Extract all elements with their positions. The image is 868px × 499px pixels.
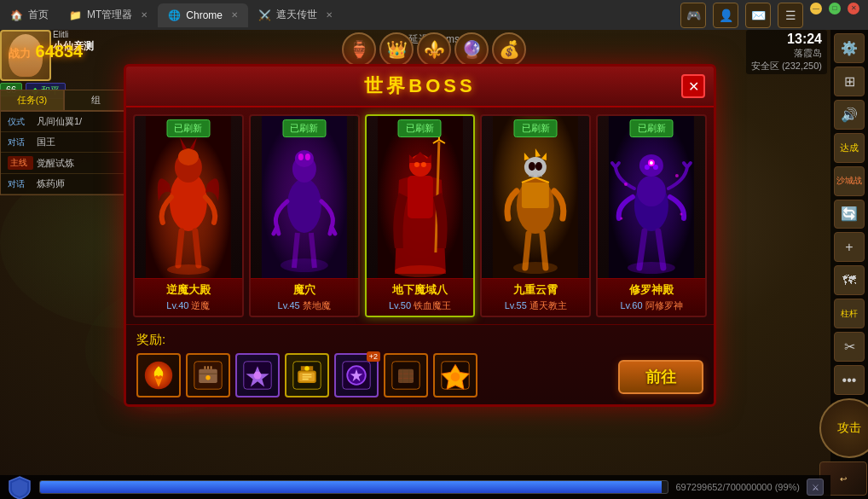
boss-name-bar-0: 逆魔大殿 Lv.40 逆魔: [135, 278, 242, 316]
bottom-bar: 697299652/700000000 (99%) ⚔: [0, 475, 830, 499]
chrome-tab-close[interactable]: ✕: [231, 10, 238, 20]
boss-card-3[interactable]: 已刷新: [480, 114, 591, 317]
boss-card-2[interactable]: 已刷新: [365, 114, 476, 317]
boss-location-0: 逆魔大殿: [140, 282, 237, 298]
modal-title: 世界BOSS: [364, 73, 475, 99]
quest-label-3: 炼药师: [37, 177, 65, 190]
boss-image-1: [251, 116, 358, 278]
right-panel: ⚙️ ⊞ 🔊 达成 沙城战 🔄 + 🗺 柱杆 ✂ ••• 攻击 ↩: [830, 30, 868, 499]
boss-image-0: [135, 116, 242, 278]
svg-point-8: [287, 178, 321, 233]
quest-type-3: 对话: [8, 178, 33, 190]
boss-card-1[interactable]: 已刷新: [249, 114, 360, 317]
reward-item-0[interactable]: [136, 353, 181, 397]
top-decoration-items: 🏺 👑 ⚜️ 🔮 💰: [342, 32, 526, 67]
map-icon[interactable]: 🗺: [834, 265, 865, 295]
svg-point-40: [680, 213, 683, 216]
tab-game[interactable]: ⚔️ 遮天传世 ✕: [248, 3, 343, 27]
scissors-icon[interactable]: ✂: [834, 332, 865, 362]
boss-card-4[interactable]: 已刷新: [596, 114, 707, 317]
quest-label-1: 国王: [37, 136, 55, 148]
reward-item-5[interactable]: [384, 353, 428, 397]
boss-refreshed-1: 已刷新: [282, 119, 326, 137]
dots-icon[interactable]: •••: [834, 365, 865, 395]
rewards-label: 奖励:: [136, 332, 703, 348]
player-subtitle: Elitli: [53, 30, 94, 39]
quest-type-2: 主线: [8, 156, 33, 170]
xp-fill: [40, 481, 662, 493]
tab-chrome[interactable]: 🌐 Chrome ✕: [158, 3, 248, 27]
reward-item-2[interactable]: [235, 353, 280, 397]
tab-mt[interactable]: 📁 MT管理器 ✕: [59, 3, 158, 27]
reward-item-3[interactable]: [285, 353, 329, 397]
battle-power-label: 战力: [9, 47, 31, 60]
game-tab-icon: ⚔️: [258, 9, 271, 21]
quest-item-3[interactable]: 对话 炼药师: [1, 174, 127, 194]
boss-level-1: Lv.45 禁地魔: [256, 299, 353, 312]
goto-button[interactable]: 前往: [618, 360, 703, 394]
attack-icon[interactable]: 攻击: [819, 398, 868, 458]
svg-point-34: [645, 165, 650, 170]
svg-point-11: [298, 154, 304, 160]
clock-location: 落霞岛: [751, 47, 822, 60]
top-item-2: 👑: [379, 32, 414, 67]
svg-point-10: [295, 150, 314, 167]
boss-name-bar-1: 魔穴 Lv.45 禁地魔: [251, 278, 358, 316]
tab-tasks[interactable]: 任务(3): [0, 90, 64, 111]
achievement-icon[interactable]: 达成: [834, 133, 865, 163]
boss-level-4: Lv.60 阿修罗神: [603, 299, 700, 312]
guild-war-icon[interactable]: 沙城战: [834, 166, 865, 196]
svg-rect-15: [407, 176, 432, 218]
person-icon[interactable]: 👤: [713, 3, 738, 28]
refresh-icon[interactable]: 🔄: [834, 200, 865, 229]
svg-point-46: [254, 372, 262, 380]
svg-point-33: [650, 161, 653, 165]
bottom-detail-icon: ⚔: [807, 479, 824, 496]
boss-name-bar-2: 地下魔域八 Lv.50 铁血魔王: [367, 278, 474, 316]
browser-controls: 🎮 👤 ✉️ ☰ — □ ✕: [680, 3, 868, 28]
svg-point-50: [304, 366, 309, 370]
reward-item-6[interactable]: [433, 353, 477, 397]
mt-tab-icon: 📁: [69, 9, 82, 21]
xp-bar: [39, 480, 668, 494]
boss-image-4: [598, 116, 705, 278]
clock-time: 13:24: [751, 32, 822, 47]
modal-close-button[interactable]: ✕: [681, 74, 705, 98]
minimize-button[interactable]: —: [810, 3, 822, 15]
boss-card-0[interactable]: 已刷新: [133, 114, 244, 317]
reward-item-4[interactable]: +2: [334, 353, 379, 397]
quest-item-2[interactable]: 主线 觉醒试炼: [1, 153, 127, 174]
settings-icon[interactable]: ⚙️: [834, 33, 865, 63]
quest-item-0[interactable]: 仪式 凡间仙翼1/: [1, 112, 127, 132]
boss-location-3: 九重云霄: [487, 282, 584, 298]
grid-icon[interactable]: ⊞: [834, 67, 865, 96]
rewards-section: 奖励:: [126, 324, 714, 404]
plus-icon[interactable]: +: [834, 232, 865, 262]
boss-level-3: Lv.55 通天教主: [487, 299, 584, 312]
browser-frame: 🏠 首页 📁 MT管理器 ✕ 🌐 Chrome ✕ ⚔️ 遮天传世 ✕ 🎮 👤 …: [0, 0, 868, 30]
close-button[interactable]: ✕: [848, 3, 859, 15]
boss-refreshed-3: 已刷新: [514, 119, 558, 137]
sound-icon[interactable]: 🔊: [834, 100, 865, 130]
svg-point-37: [624, 183, 628, 186]
pillar-icon[interactable]: 柱杆: [834, 299, 865, 328]
mail-icon[interactable]: ✉️: [745, 3, 771, 28]
svg-point-30: [637, 176, 666, 206]
tab-home[interactable]: 🏠 首页: [0, 3, 59, 27]
svg-point-3: [178, 148, 199, 165]
reward-item-1[interactable]: [186, 353, 230, 397]
tab-group[interactable]: 组: [64, 90, 128, 111]
controller-icon[interactable]: 🎮: [680, 3, 706, 28]
quest-item-1[interactable]: 对话 国王: [1, 132, 127, 153]
top-item-4: 🔮: [454, 32, 489, 67]
quest-label-2: 觉醒试炼: [37, 157, 74, 170]
menu-icon[interactable]: ☰: [778, 3, 803, 28]
mt-tab-close[interactable]: ✕: [141, 10, 148, 20]
maximize-button[interactable]: □: [829, 3, 841, 15]
boss-location-1: 魔穴: [256, 282, 353, 298]
boss-name-bar-3: 九重云霄 Lv.55 通天教主: [482, 278, 589, 316]
rewards-items: +2 前往: [136, 353, 703, 397]
home-tab-icon: 🏠: [10, 9, 23, 21]
svg-point-57: [451, 372, 460, 381]
game-tab-close[interactable]: ✕: [326, 10, 333, 20]
